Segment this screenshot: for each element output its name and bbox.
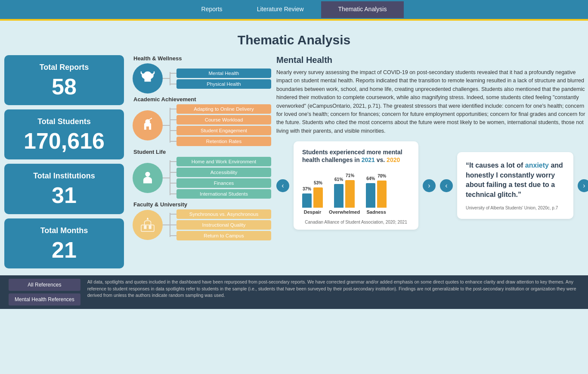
tree-circle-orange[interactable] [133,110,163,140]
nav-reports[interactable]: Reports [184,1,240,18]
tree-section-title: Faculty & University [129,201,271,208]
footer-buttons: All References Mental Health References [9,279,80,305]
bar-2020: 37% [302,193,312,208]
bar-group: 64%70%Sadness [366,169,387,215]
nav-literature-review[interactable]: Literature Review [240,1,321,18]
quote-highlight: anxiety [525,162,549,169]
carousel-next-btn-2[interactable]: › [578,179,588,192]
stat-total-students: Total Students 170,616 [4,109,124,159]
tree-tag[interactable]: Retention Rates [176,137,271,146]
svg-rect-3 [146,177,149,180]
carousel-prev-btn[interactable]: ‹ [276,179,289,192]
chart-title-vs: vs. [375,156,387,163]
footer: All References Mental Health References … [0,275,588,309]
tree-section-title: Academic Achievement [129,96,271,103]
carousel-next-btn-1[interactable]: › [423,179,436,192]
quote-text: “It causes a lot of anxiety and honestly… [466,161,565,199]
stats-panel: Total Reports 58 Total Students 170,616 … [4,55,124,268]
quote-card: “It causes a lot of anxiety and honestly… [457,152,573,219]
svg-point-2 [145,171,150,176]
tree-tag[interactable]: Student Engagement [176,126,271,135]
tree-section-green: Student LifeHome and Work EnvironmentAcc… [129,149,271,199]
svg-marker-7 [147,218,149,220]
stat-label-reports: Total Reports [13,63,115,72]
carousel-prev-btn-2[interactable]: ‹ [440,179,453,192]
chart-card: Students experienced more mental health … [294,141,418,230]
chart-title: Students experienced more mental health … [302,148,410,164]
stat-value-institutions: 31 [13,183,115,208]
page-title: Thematic Analysis [0,21,588,55]
chart-title-year2: 2020 [387,156,400,163]
svg-rect-6 [149,225,152,229]
svg-rect-4 [141,225,154,231]
stat-total-institutions: Total Institutions 31 [4,164,124,214]
right-content: Mental Health Nearly every survey assess… [276,55,588,230]
tree-tag[interactable]: Physical Health [176,79,271,89]
quote-open: “It causes a lot of [466,162,525,169]
bar-group-label: Sadness [367,209,386,215]
all-references-btn[interactable]: All References [9,279,80,291]
mental-health-references-btn[interactable]: Mental Health References [9,293,80,305]
footer-disclaimer: All data, spotlights and quotes included… [87,279,579,299]
svg-point-1 [151,118,152,119]
chart-source: Canadian Alliance of Student Association… [302,220,410,224]
tree-tag[interactable]: Synchronous vs. Asynchronous [176,209,271,219]
tree-section-orange: Academic AchievementAdapting to Online D… [129,96,271,146]
bar-2020: 64% [366,183,375,208]
tree-tag[interactable]: Return to Campus [176,231,271,240]
tree-tag[interactable]: Mental Health [176,69,271,78]
nav-thematic-analysis[interactable]: Thematic Analysis [321,1,404,18]
tree-tag[interactable]: Instructional Quality [176,220,271,230]
tree-circle-yellow[interactable] [133,210,163,240]
stat-value-students: 170,616 [13,129,115,153]
bar-2021: 71% [345,180,355,208]
stat-label-months: Total Months [13,226,115,235]
stat-value-reports: 58 [13,75,115,99]
stat-label-students: Total Students [13,117,115,126]
tree-tag[interactable]: Home and Work Environment [176,157,271,166]
tree-circle-green[interactable] [133,163,163,193]
bar-chart: 37%53%Despair61%71%Overwhelmed64%70%Sadn… [302,169,410,216]
thematic-tree: Health & WellnessMental HealthPhysical H… [129,55,271,243]
quote-source: University of Alberta Students' Union, 2… [466,206,565,210]
content-title: Mental Health [276,55,588,65]
stat-total-reports: Total Reports 58 [4,55,124,105]
stat-total-months: Total Months 21 [4,218,124,268]
tree-section-blue: Health & WellnessMental HealthPhysical H… [129,55,271,94]
main-layout: Total Reports 58 Total Students 170,616 … [0,55,588,268]
stat-label-institutions: Total Institutions [13,171,115,181]
bar-2021: 70% [377,181,387,208]
tree-section-title: Health & Wellness [129,55,271,62]
bar-group: 61%71%Overwhelmed [329,169,360,215]
bar-2021: 53% [313,187,323,208]
tree-section-yellow: Faculty & UniversitySynchronous vs. Asyn… [129,201,271,240]
tree-circle-blue[interactable] [133,63,163,94]
content-text: Nearly every survey assessing the impact… [276,69,588,135]
carousel-area: ‹ Students experienced more mental healt… [276,141,588,230]
tree-tag[interactable]: Course Workload [176,115,271,125]
tree-section-title: Student Life [129,149,271,155]
tree-tag[interactable]: Finances [176,178,271,188]
bar-group: 37%53%Despair [302,169,323,215]
bar-group-label: Despair [304,209,321,215]
tree-tag[interactable]: Accessibility [176,168,271,177]
tree-tag[interactable]: International Students [176,189,271,199]
bar-2020: 61% [334,184,344,208]
bar-group-label: Overwhelmed [329,209,360,215]
tree-tag[interactable]: Adapting to Online Delivery [176,104,271,114]
navigation: Reports Literature Review Thematic Analy… [0,0,588,19]
stat-value-months: 21 [13,238,115,262]
svg-rect-5 [144,225,146,229]
chart-title-year1: 2021 [362,156,375,163]
